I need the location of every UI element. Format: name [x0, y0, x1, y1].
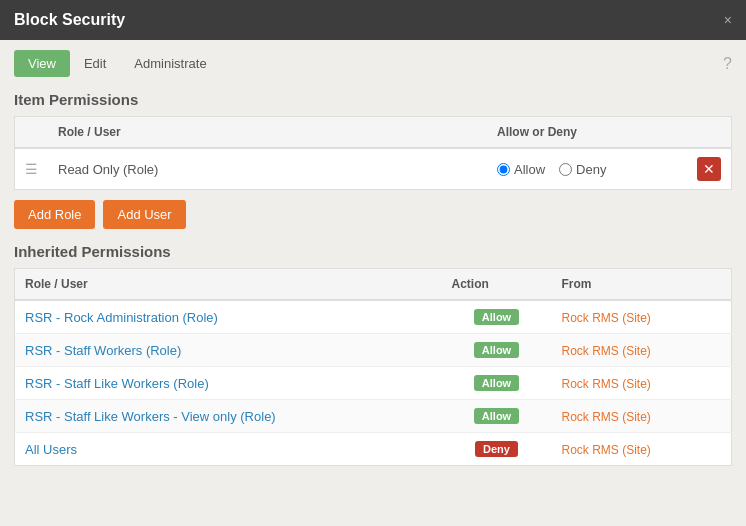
deny-radio-label[interactable]: Deny: [559, 162, 606, 177]
role-user-cell: Read Only (Role): [48, 148, 487, 190]
from-text: Rock RMS (Site): [562, 377, 651, 391]
action-buttons: Add Role Add User: [14, 200, 732, 229]
action-badge: Allow: [474, 408, 519, 424]
help-icon[interactable]: ?: [723, 55, 732, 73]
inherited-permissions-table: Role / User Action From RSR - Rock Admin…: [14, 268, 732, 466]
col-header-actions: [687, 117, 732, 149]
from-text: Rock RMS (Site): [562, 410, 651, 424]
deny-radio[interactable]: [559, 163, 572, 176]
inherited-table-row: RSR - Staff Like Workers (Role) Allow Ro…: [15, 367, 732, 400]
inherited-role-cell: RSR - Staff Workers (Role): [15, 334, 442, 367]
inherited-table-row: RSR - Staff Like Workers - View only (Ro…: [15, 400, 732, 433]
col-header-drag: [15, 117, 49, 149]
add-role-button[interactable]: Add Role: [14, 200, 95, 229]
close-button[interactable]: ×: [724, 12, 732, 28]
radio-group: Allow Deny: [497, 162, 677, 177]
inherited-role-cell: RSR - Rock Administration (Role): [15, 300, 442, 334]
inherited-permissions-section: Inherited Permissions Role / User Action…: [14, 243, 732, 466]
allow-deny-cell: Allow Deny: [487, 148, 687, 190]
inherited-role-cell: RSR - Staff Like Workers (Role): [15, 367, 442, 400]
col-i-header-from: From: [552, 269, 732, 301]
delete-button[interactable]: ✕: [697, 157, 721, 181]
inherited-from-cell: Rock RMS (Site): [552, 300, 732, 334]
role-link[interactable]: RSR - Staff Workers (Role): [25, 343, 181, 358]
inherited-table-row: RSR - Staff Workers (Role) Allow Rock RM…: [15, 334, 732, 367]
dialog-title: Block Security: [14, 11, 125, 29]
inherited-action-cell: Deny: [442, 433, 552, 466]
col-i-header-role: Role / User: [15, 269, 442, 301]
drag-icon: ☰: [25, 161, 38, 177]
allow-radio-label[interactable]: Allow: [497, 162, 545, 177]
inherited-table-row: All Users Deny Rock RMS (Site): [15, 433, 732, 466]
col-header-allow-deny: Allow or Deny: [487, 117, 687, 149]
from-text: Rock RMS (Site): [562, 344, 651, 358]
tab-group: View Edit Administrate: [14, 50, 221, 77]
role-link[interactable]: All Users: [25, 442, 77, 457]
tab-view[interactable]: View: [14, 50, 70, 77]
inherited-from-cell: Rock RMS (Site): [552, 433, 732, 466]
action-badge: Allow: [474, 342, 519, 358]
add-user-button[interactable]: Add User: [103, 200, 185, 229]
col-i-header-action: Action: [442, 269, 552, 301]
inherited-action-cell: Allow: [442, 400, 552, 433]
inherited-action-cell: Allow: [442, 367, 552, 400]
item-permissions-table: Role / User Allow or Deny ☰ Read Only (R…: [14, 116, 732, 190]
action-badge: Deny: [475, 441, 518, 457]
action-badge: Allow: [474, 309, 519, 325]
inherited-role-cell: RSR - Staff Like Workers - View only (Ro…: [15, 400, 442, 433]
inherited-from-cell: Rock RMS (Site): [552, 334, 732, 367]
drag-handle: ☰: [15, 148, 49, 190]
title-bar: Block Security ×: [0, 0, 746, 40]
item-permissions-section: Item Permissions Role / User Allow or De…: [14, 91, 732, 229]
item-permissions-title: Item Permissions: [14, 91, 732, 108]
inherited-action-cell: Allow: [442, 300, 552, 334]
role-link[interactable]: RSR - Staff Like Workers (Role): [25, 376, 209, 391]
inherited-table-row: RSR - Rock Administration (Role) Allow R…: [15, 300, 732, 334]
role-link[interactable]: RSR - Staff Like Workers - View only (Ro…: [25, 409, 276, 424]
from-text: Rock RMS (Site): [562, 443, 651, 457]
content-area: View Edit Administrate ? Item Permission…: [0, 40, 746, 476]
inherited-role-cell: All Users: [15, 433, 442, 466]
tab-edit[interactable]: Edit: [70, 50, 120, 77]
inherited-permissions-title: Inherited Permissions: [14, 243, 732, 260]
inherited-action-cell: Allow: [442, 334, 552, 367]
inherited-from-cell: Rock RMS (Site): [552, 400, 732, 433]
tab-administrate[interactable]: Administrate: [120, 50, 220, 77]
from-text: Rock RMS (Site): [562, 311, 651, 325]
role-link[interactable]: RSR - Rock Administration (Role): [25, 310, 218, 325]
col-header-role-user: Role / User: [48, 117, 487, 149]
table-row: ☰ Read Only (Role) Allow Deny ✕: [15, 148, 732, 190]
tab-bar: View Edit Administrate ?: [14, 50, 732, 77]
delete-cell: ✕: [687, 148, 732, 190]
inherited-from-cell: Rock RMS (Site): [552, 367, 732, 400]
action-badge: Allow: [474, 375, 519, 391]
allow-radio[interactable]: [497, 163, 510, 176]
